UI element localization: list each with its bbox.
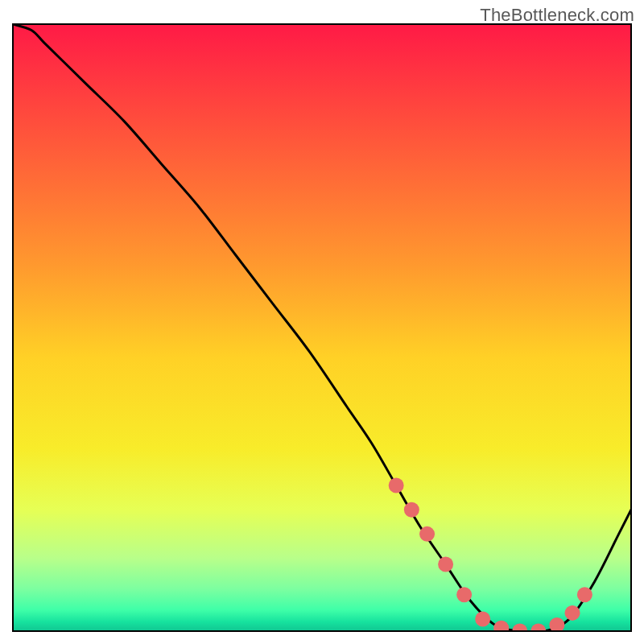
bottleneck-chart bbox=[0, 0, 644, 644]
marker-point bbox=[389, 478, 404, 493]
marker-point bbox=[565, 605, 580, 621]
marker-point bbox=[419, 526, 435, 542]
chart-container: TheBottleneck.com bbox=[0, 0, 644, 644]
marker-point bbox=[475, 611, 490, 626]
watermark-label: TheBottleneck.com bbox=[480, 5, 634, 26]
marker-point bbox=[404, 502, 419, 518]
marker-point bbox=[456, 587, 472, 602]
marker-point bbox=[438, 557, 453, 572]
marker-point bbox=[493, 621, 509, 636]
gradient-background bbox=[13, 24, 631, 631]
marker-point bbox=[577, 587, 592, 602]
